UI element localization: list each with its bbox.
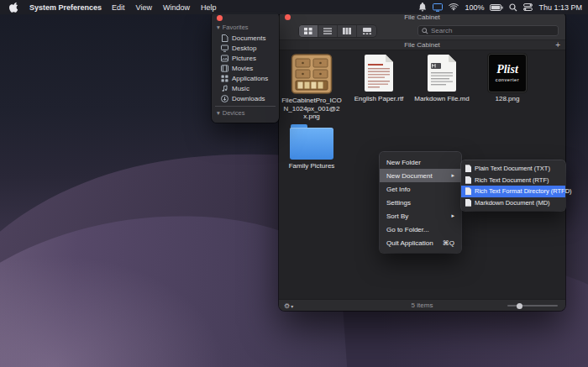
sidebar-item-documents[interactable]: Documents [212,33,279,43]
file-128-png[interactable]: Plist converter 128.png [475,54,539,103]
favorites-header-label: Favorites [223,24,249,31]
file-name: 128.png [496,95,520,103]
document-icon [465,165,471,172]
sidebar-item-pictures[interactable]: Pictures [212,53,279,63]
wallpaper-glow [0,191,302,367]
file-filecabinet-icon-png[interactable]: FileCabinetPro_ICON_1024px_001@2x.png [280,54,344,121]
menu-item-label: New Folder [386,159,421,166]
submenu-item-rtfd[interactable]: Rich Text Format Directory (RTFD) [461,186,565,197]
devices-header-label: Devices [223,109,245,117]
control-center-icon[interactable] [523,3,533,11]
add-tab-button[interactable]: + [555,40,560,50]
icon-size-slider[interactable] [507,300,558,311]
battery-percent[interactable]: 100% [465,3,484,12]
sidebar-separator [215,106,276,107]
path-bar: File Cabinet + [279,39,565,50]
menu-item-sort-by[interactable]: Sort By ▸ [380,209,461,223]
sidebar-item-label: Pictures [232,55,256,62]
menu-edit[interactable]: Edit [112,3,125,12]
gallery-view-button[interactable] [357,25,376,37]
menu-window[interactable]: Window [163,3,190,12]
disclosure-triangle-icon: ▾ [217,24,220,31]
icon-view-button[interactable] [299,25,318,37]
submenu-item-label: Markdown Document (MD) [475,199,550,207]
sidebar-close-button[interactable] [217,15,223,21]
menu-help[interactable]: Help [201,3,217,12]
sidebar-panel: ▾ Favorites Documents Desktop Pictures M… [212,12,279,123]
menu-item-label: New Document [386,172,433,180]
sidebar-item-applications[interactable]: Applications [212,73,279,83]
menu-bar-clock[interactable]: Thu 1:13 PM [538,3,582,12]
sidebar-item-label: Downloads [232,95,265,102]
action-menu-button[interactable]: ⚙ ▾ [284,300,293,311]
context-menu: New Folder New Document ▸ Get Info Setti… [380,152,461,253]
sidebar-item-desktop[interactable]: Desktop [212,43,279,53]
battery-icon[interactable] [490,4,503,11]
slider-knob[interactable] [517,303,522,309]
notification-bell-icon[interactable] [418,3,427,12]
plist-icon-subtitle: converter [496,77,519,82]
slider-track [507,305,558,307]
menu-item-label: Get Info [386,186,410,193]
search-field[interactable]: Search [417,25,559,36]
menu-view[interactable]: View [136,3,152,12]
file-name: English Paper.rtf [354,95,404,103]
submenu-item-markdown[interactable]: Markdown Document (MD) [461,197,565,209]
submenu-item-plain-text[interactable]: Plain Text Document (TXT) [461,163,565,175]
movies-icon [221,65,228,72]
menu-bar: System Preferences Edit View Window Help… [0,0,588,14]
gallery-view-icon [363,28,371,34]
desktop: System Preferences Edit View Window Help… [0,0,588,367]
sidebar-item-label: Movies [232,65,253,72]
file-markdown-md[interactable]: Markdown File.md [410,54,474,103]
submenu-item-label: Rich Text Document (RTF) [475,176,549,184]
plist-icon-title: Plist [496,64,518,76]
document-icon [465,187,471,195]
menu-item-quit-application[interactable]: Quit Application ⌘Q [380,236,461,249]
toolbar: Search [279,22,565,39]
disclosure-triangle-icon: ▾ [217,109,220,117]
menu-item-new-document[interactable]: New Document ▸ [380,169,461,182]
sidebar-item-music[interactable]: Music [212,83,279,93]
list-view-icon [323,28,332,34]
sidebar-item-label: Applications [232,75,268,82]
file-english-paper-rtf[interactable]: English Paper.rtf [347,54,411,103]
devices-section-header[interactable]: ▾ Devices [212,108,279,118]
menu-item-new-folder[interactable]: New Folder [380,155,461,169]
submenu-item-rich-text[interactable]: Rich Text Document (RTF) [461,175,565,186]
card-catalog-icon [291,54,333,94]
display-icon[interactable] [433,3,443,12]
submenu-arrow-icon: ▸ [451,172,454,179]
menu-item-shortcut: ⌘Q [443,239,454,247]
spotlight-icon[interactable] [509,3,517,12]
apple-menu[interactable] [9,2,18,13]
submenu-item-label: Plain Text Document (TXT) [475,165,550,172]
wifi-icon[interactable] [449,3,459,11]
sidebar-item-label: Desktop [232,45,256,52]
favorites-section-header[interactable]: ▾ Favorites [212,23,279,33]
menu-item-settings[interactable]: Settings [380,196,461,209]
column-view-button[interactable] [338,25,357,37]
close-button[interactable] [285,14,291,20]
file-name: Markdown File.md [414,95,469,103]
folder-family-pictures[interactable]: Family Pictures [280,121,344,170]
menu-item-get-info[interactable]: Get Info [380,182,461,196]
sidebar-item-movies[interactable]: Movies [212,63,279,73]
path-label: File Cabinet [404,41,440,49]
gear-icon: ⚙ [284,302,290,310]
document-icon [465,199,471,207]
menu-item-go-to-folder[interactable]: Go to Folder... [380,223,461,236]
sidebar-item-downloads[interactable]: Downloads [212,93,279,103]
menu-bar-status-area: 100% Thu 1:13 PM [418,3,582,12]
sidebar-item-label: Documents [232,34,265,42]
app-menu-title[interactable]: System Preferences [29,3,102,12]
rtf-document-icon [364,54,394,92]
applications-icon [221,75,228,82]
search-icon [422,28,428,34]
grid-view-icon [304,28,312,34]
list-view-button[interactable] [318,25,338,37]
menu-item-label: Quit Application [386,239,433,247]
menu-item-label: Go to Folder... [386,226,429,233]
chevron-down-icon: ▾ [291,303,293,309]
apple-icon [9,2,18,13]
